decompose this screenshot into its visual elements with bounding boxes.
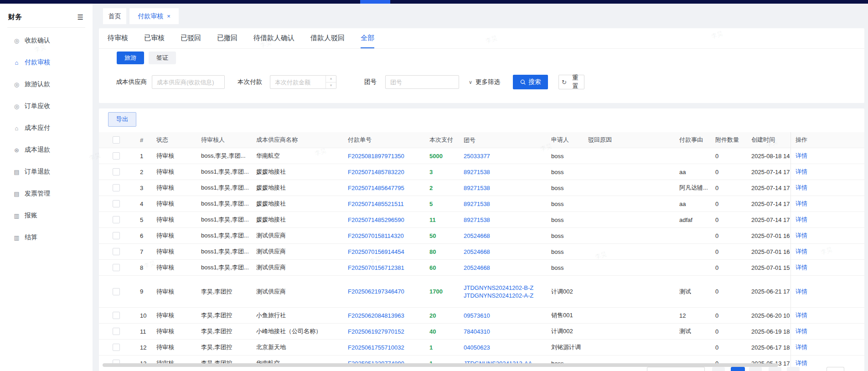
sidebar-item[interactable]: ⌂ 付款审核	[13, 57, 93, 68]
detail-link[interactable]: 详情	[796, 152, 807, 159]
detail-link[interactable]: 详情	[796, 344, 807, 350]
payment-no-link[interactable]: F2025070156712381	[348, 264, 429, 271]
payment-no-link[interactable]: F2025071485647795	[348, 185, 429, 191]
pagination-next-button[interactable]	[787, 367, 800, 371]
sidebar-item[interactable]: ▥ 结算	[13, 232, 93, 243]
reset-button[interactable]: ↻ 重置	[558, 75, 584, 89]
row-checkbox[interactable]	[113, 216, 120, 223]
row-checkbox[interactable]	[113, 184, 120, 191]
group-no-link[interactable]: 20524668	[464, 232, 551, 240]
detail-link[interactable]: 详情	[796, 360, 807, 366]
type-travel-button[interactable]: 旅游	[117, 52, 144, 64]
group-no-link[interactable]: 89271538	[464, 184, 551, 192]
status-tab[interactable]: 已驳回	[181, 28, 201, 48]
sidebar-item[interactable]: ◎ 收款确认	[13, 35, 93, 46]
pagination-page-1[interactable]	[731, 367, 745, 371]
detail-link[interactable]: 详情	[796, 216, 807, 223]
sidebar-item[interactable]: ▤ 发票管理	[13, 188, 93, 199]
horizontal-scrollbar[interactable]	[103, 363, 778, 367]
group-no-link[interactable]: 04050623	[464, 344, 551, 351]
payment-no-link[interactable]: F2025062084813963	[348, 312, 429, 319]
sidebar-item[interactable]: ⊛ 成本退款	[13, 144, 93, 155]
detail-link[interactable]: 详情	[796, 264, 807, 271]
tab-payment-review[interactable]: 付款审核 ×	[129, 8, 179, 24]
row-checkbox[interactable]	[113, 152, 120, 160]
stepper-up-icon[interactable]: ∧	[326, 76, 336, 82]
row-checkbox[interactable]	[113, 328, 120, 335]
payment-no-link[interactable]: F2025081897971350	[348, 153, 429, 160]
group-no-link[interactable]: 78404310	[464, 328, 551, 335]
menu-fold-icon[interactable]: ☰	[78, 13, 83, 21]
group-no-link[interactable]: 25033377	[464, 152, 551, 160]
row-actions: 详情	[791, 148, 864, 164]
pagination-size-select[interactable]	[647, 367, 705, 371]
cell-index: 9	[134, 288, 156, 295]
group-no-link[interactable]: 09573610	[464, 312, 551, 319]
row-actions: 详情	[791, 196, 864, 212]
payment-no-link[interactable]: F2025062197346470	[348, 288, 429, 295]
detail-link[interactable]: 详情	[796, 200, 807, 207]
row-checkbox[interactable]	[113, 264, 120, 271]
sidebar-item[interactable]: ◎ 订单应收	[13, 101, 93, 112]
payment-no-link[interactable]: F2025071485296590	[348, 216, 429, 223]
sidebar-item-icon: ⊛	[13, 147, 21, 153]
status-tab[interactable]: 待审核	[108, 28, 128, 48]
sidebar-item-label: 结算	[25, 233, 37, 242]
more-filters-toggle[interactable]: ∨ 更多筛选	[469, 78, 500, 86]
sidebar-item[interactable]: ⌂ 成本应付	[13, 123, 93, 134]
row-checkbox[interactable]	[113, 168, 120, 175]
status-tab[interactable]: 已审核	[144, 28, 165, 48]
detail-link[interactable]: 详情	[796, 312, 807, 319]
row-checkbox[interactable]	[113, 312, 120, 319]
row-checkbox[interactable]	[113, 248, 120, 255]
sidebar-item[interactable]: ▤ 订单退款	[13, 166, 93, 177]
pagination	[99, 367, 864, 371]
type-visa-button[interactable]: 签证	[149, 52, 176, 64]
pagination-page-2[interactable]	[749, 367, 762, 371]
pagination-page-3[interactable]	[769, 367, 781, 371]
status-tab[interactable]: 借款人驳回	[310, 28, 345, 48]
sidebar-item[interactable]: ▥ 报账	[13, 210, 93, 221]
group-input[interactable]	[385, 75, 459, 89]
detail-link[interactable]: 详情	[796, 168, 807, 175]
pagination-prev-button[interactable]	[712, 367, 725, 371]
payment-no-link[interactable]: F2025070158114320	[348, 232, 429, 239]
pagination-jump-input[interactable]	[827, 367, 844, 371]
group-no-link[interactable]: 89271538	[464, 216, 551, 224]
detail-link[interactable]: 详情	[796, 288, 807, 295]
select-all-checkbox[interactable]	[113, 136, 120, 144]
col-header-reviewers: 待审核人	[201, 136, 256, 144]
row-checkbox[interactable]	[113, 232, 120, 239]
detail-link[interactable]: 详情	[796, 232, 807, 239]
payment-no-link[interactable]: F2025061927970152	[348, 328, 429, 335]
cell-reviewers: boss1,李昊,李团...	[201, 184, 256, 192]
sidebar-item-label: 发票管理	[25, 190, 50, 198]
payment-no-link[interactable]: F2025070156914454	[348, 248, 429, 255]
payment-no-link[interactable]: F2025071485783220	[348, 169, 429, 175]
supplier-input[interactable]	[152, 75, 225, 89]
group-no-link[interactable]: 20524668	[464, 264, 551, 272]
status-tab[interactable]: 全部	[361, 28, 374, 48]
group-no-link[interactable]: 89271538	[464, 200, 551, 208]
row-checkbox[interactable]	[113, 344, 120, 351]
status-tab[interactable]: 已撤回	[217, 28, 238, 48]
payment-no-link[interactable]: F2025061755710032	[348, 344, 429, 351]
search-button[interactable]: 搜索	[513, 75, 548, 89]
cell-attachments: 0	[715, 264, 751, 271]
export-button[interactable]: 导出	[108, 112, 136, 127]
payment-no-link[interactable]: F2025071485521511	[348, 201, 429, 207]
stepper-down-icon[interactable]: ∨	[326, 82, 336, 89]
group-no-link[interactable]: 89271538	[464, 168, 551, 176]
row-checkbox[interactable]	[113, 200, 120, 207]
group-no-link[interactable]: 20524668	[464, 248, 551, 256]
detail-link[interactable]: 详情	[796, 184, 807, 191]
tab-home[interactable]: 首页	[103, 8, 126, 24]
detail-link[interactable]: 详情	[796, 248, 807, 255]
row-checkbox[interactable]	[113, 288, 120, 295]
status-tab[interactable]: 待借款人确认	[253, 28, 294, 48]
close-tab-icon[interactable]: ×	[167, 13, 170, 20]
detail-link[interactable]: 详情	[796, 328, 807, 335]
sidebar-item[interactable]: ◎ 旅游认款	[13, 79, 93, 90]
group-no-link[interactable]: JTDGNYNS20241202-B-ZJTDGNYNS20241202-A-Z	[464, 284, 551, 299]
cell-status: 待审核	[156, 184, 201, 192]
